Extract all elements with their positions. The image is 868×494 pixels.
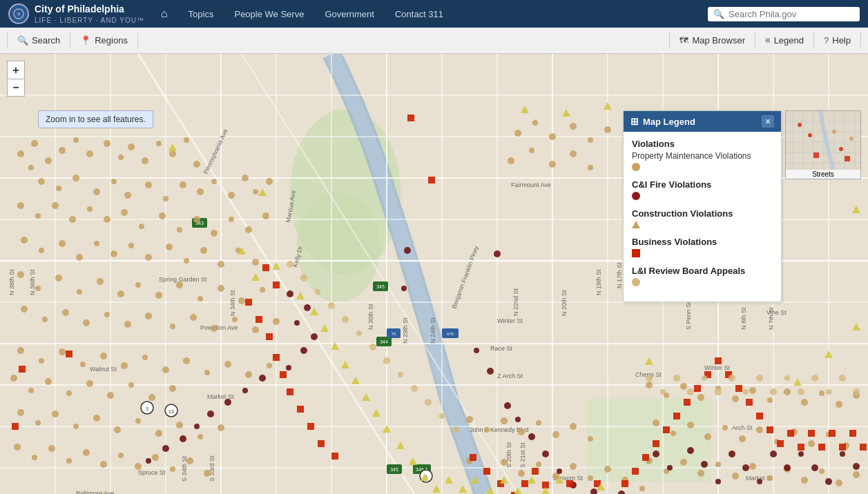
legend-close-button[interactable]: × xyxy=(762,115,774,128)
svg-rect-351 xyxy=(470,454,476,461)
svg-point-275 xyxy=(518,428,525,435)
svg-point-472 xyxy=(849,137,853,141)
svg-point-253 xyxy=(756,426,763,433)
svg-point-216 xyxy=(100,461,107,468)
svg-point-278 xyxy=(570,423,577,430)
svg-point-230 xyxy=(529,148,534,153)
svg-point-301 xyxy=(194,424,200,429)
zoom-out-button[interactable]: − xyxy=(7,79,25,97)
svg-text:Spring Garden St: Spring Garden St xyxy=(159,276,207,283)
svg-point-329 xyxy=(798,451,804,457)
svg-text:N 36th St: N 36th St xyxy=(29,269,36,295)
svg-point-171 xyxy=(145,313,152,319)
legend-button[interactable]: ≡ Legend xyxy=(755,32,814,48)
svg-point-218 xyxy=(135,463,142,470)
svg-point-303 xyxy=(162,445,169,452)
toolbar-right-group: 🗺 Map Browser ≡ Legend ? Help xyxy=(669,32,861,48)
legend-violations-title: Violations xyxy=(632,139,773,149)
svg-point-295 xyxy=(300,347,307,354)
svg-point-106 xyxy=(184,137,189,143)
svg-point-146 xyxy=(166,244,173,250)
svg-rect-370 xyxy=(694,385,701,392)
construction-triangle-icon xyxy=(632,221,640,228)
svg-point-93 xyxy=(17,150,24,157)
svg-point-286 xyxy=(570,463,577,470)
nav-people[interactable]: People We Serve xyxy=(230,6,308,22)
home-button[interactable]: ⌂ xyxy=(157,5,172,23)
nav-contact[interactable]: Contact 311 xyxy=(391,6,447,22)
svg-point-249 xyxy=(687,422,694,428)
svg-point-319 xyxy=(653,451,659,457)
help-button[interactable]: ? Help xyxy=(814,32,861,48)
zoom-in-button[interactable]: + xyxy=(7,61,25,79)
svg-text:Powelton Ave: Powelton Ave xyxy=(200,324,238,331)
svg-point-101 xyxy=(118,155,124,160)
map-container[interactable]: Pennsylvania Ave Mantua Ave Spring Garde… xyxy=(0,54,868,494)
svg-point-167 xyxy=(62,309,69,316)
svg-point-332 xyxy=(840,451,845,457)
svg-point-310 xyxy=(504,402,511,409)
svg-point-177 xyxy=(273,318,280,325)
svg-point-185 xyxy=(162,366,169,373)
svg-text:N 38th St: N 38th St xyxy=(8,269,15,295)
svg-text:Race St: Race St xyxy=(490,345,513,352)
legend-construction-title: Construction Violations xyxy=(632,208,773,219)
map-toolbar: 🔍 Search 📍 Regions 🗺 Map Browser ≡ Legen… xyxy=(0,28,868,54)
nav-topics[interactable]: Topics xyxy=(184,6,218,22)
regions-toolbar-button[interactable]: 📍 Regions xyxy=(70,32,138,48)
svg-point-271 xyxy=(853,471,860,478)
site-search-input[interactable] xyxy=(729,9,854,19)
svg-point-473 xyxy=(832,130,836,134)
svg-point-142 xyxy=(94,241,99,246)
location-icon: 📍 xyxy=(80,35,91,46)
svg-point-105 xyxy=(169,150,176,157)
legend-item-construction: Construction Violations xyxy=(632,208,773,228)
svg-rect-474 xyxy=(813,152,819,158)
svg-point-124 xyxy=(35,213,41,219)
legend-item-business: Business Violations xyxy=(632,237,773,257)
svg-point-226 xyxy=(570,123,577,130)
svg-point-277 xyxy=(552,431,559,438)
svg-point-169 xyxy=(104,312,110,317)
svg-point-215 xyxy=(83,449,90,456)
mini-map-canvas xyxy=(786,111,860,170)
search-toolbar-button[interactable]: 🔍 Search xyxy=(7,32,70,48)
svg-point-187 xyxy=(204,370,210,375)
svg-point-209 xyxy=(197,434,203,439)
violations-dot-icon xyxy=(632,163,640,171)
svg-point-135 xyxy=(229,217,234,222)
svg-point-166 xyxy=(42,317,48,322)
nav-government[interactable]: Government xyxy=(320,6,378,22)
svg-point-170 xyxy=(124,321,131,328)
svg-point-211 xyxy=(14,444,21,451)
svg-text:345: 345 xyxy=(376,284,385,289)
svg-rect-356 xyxy=(532,468,539,475)
svg-point-239 xyxy=(732,395,739,402)
svg-point-115 xyxy=(163,196,168,201)
legend-fire-title: C&I Fire Violations xyxy=(632,179,773,190)
svg-text:N 22nd St: N 22nd St xyxy=(512,288,519,316)
svg-text:S 21st St: S 21st St xyxy=(519,442,526,468)
map-browser-button[interactable]: 🗺 Map Browser xyxy=(669,32,755,48)
svg-rect-377 xyxy=(766,426,773,433)
svg-rect-347 xyxy=(318,440,325,447)
svg-text:S Penn Sq: S Penn Sq xyxy=(685,300,692,330)
svg-point-112 xyxy=(111,179,117,184)
city-logo[interactable]: ⚜ City of Philadelphia LIFE · LIBERTY · … xyxy=(8,3,144,24)
svg-point-208 xyxy=(176,422,183,428)
legend-item-fire: C&I Fire Violations xyxy=(632,179,773,200)
legend-title-area: ⊞ Map Legend xyxy=(630,116,695,127)
svg-text:⚜: ⚜ xyxy=(17,12,21,17)
svg-point-225 xyxy=(549,133,556,140)
svg-rect-369 xyxy=(684,399,691,406)
svg-point-136 xyxy=(245,226,252,233)
mini-map[interactable]: Streets xyxy=(785,110,861,179)
svg-point-443 xyxy=(687,388,694,395)
svg-point-439 xyxy=(452,426,459,433)
svg-point-256 xyxy=(808,440,815,447)
svg-point-311 xyxy=(515,417,521,422)
mini-map-streets-label: Streets xyxy=(786,170,860,179)
list-icon: ≡ xyxy=(765,35,771,46)
svg-point-138 xyxy=(21,237,28,244)
site-search-bar[interactable]: 🔍 xyxy=(708,7,860,21)
